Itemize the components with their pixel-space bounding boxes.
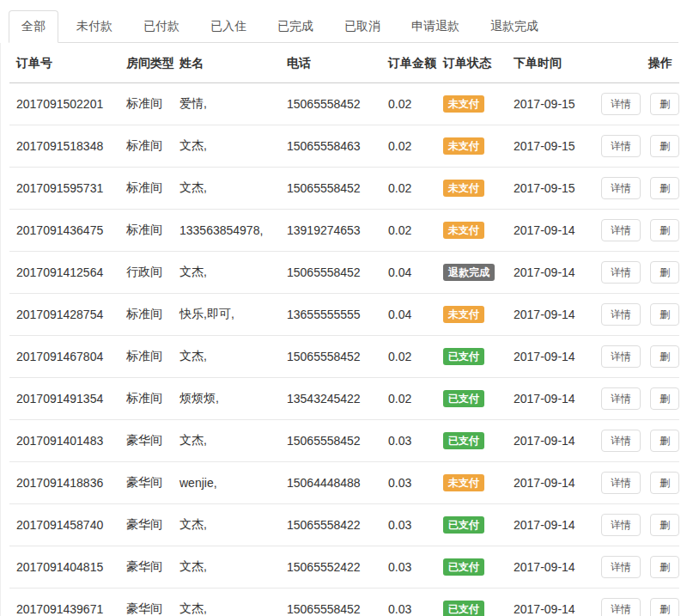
tab-all[interactable]: 全部 xyxy=(9,10,58,43)
status-badge: 已支付 xyxy=(443,432,484,449)
cell-room-type: 豪华间 xyxy=(119,420,173,462)
table-row: 2017091418836豪华间wenjie,150644484880.03未支… xyxy=(9,462,679,504)
table-row: 2017091436475标准间133563854978,13919274653… xyxy=(9,210,679,252)
status-badge: 未支付 xyxy=(443,222,484,239)
detail-button[interactable]: 详情 xyxy=(601,556,641,578)
detail-button[interactable]: 详情 xyxy=(601,93,641,115)
column-header-phone: 电话 xyxy=(280,43,381,83)
detail-button[interactable]: 详情 xyxy=(601,387,641,410)
detail-button[interactable]: 详情 xyxy=(601,177,641,199)
delete-button[interactable]: 删 xyxy=(650,261,679,284)
delete-button[interactable]: 删 xyxy=(650,93,679,115)
detail-button[interactable]: 详情 xyxy=(601,514,641,536)
column-header-guest-name: 姓名 xyxy=(173,43,280,83)
cell-guest-name: 爱情, xyxy=(173,83,280,125)
tab-unpaid[interactable]: 未付款 xyxy=(64,10,125,43)
detail-button[interactable]: 详情 xyxy=(601,430,641,452)
table-row: 2017091401483豪华间文杰,150655584520.03已支付201… xyxy=(9,420,679,462)
cell-order-time: 2017-09-14 xyxy=(507,462,594,504)
cell-order-no: 2017091401483 xyxy=(9,420,119,462)
cell-room-type: 标准间 xyxy=(119,294,173,336)
cell-room-type: 行政间 xyxy=(119,252,173,294)
tab-refund-requested[interactable]: 申请退款 xyxy=(398,10,472,43)
cell-actions: 详情删 xyxy=(594,125,679,168)
cell-phone: 13919274653 xyxy=(280,210,381,252)
cell-guest-name: 文杰, xyxy=(173,420,280,462)
delete-button[interactable]: 删 xyxy=(650,430,679,452)
cell-actions: 详情删 xyxy=(594,210,679,252)
table-row: 2017091491354标准间烦烦烦,135432454220.02已支付20… xyxy=(9,378,679,420)
tab-paid[interactable]: 已付款 xyxy=(131,10,192,43)
delete-button[interactable]: 删 xyxy=(650,514,679,536)
table-header-row: 订单号房间类型姓名电话订单金额订单状态下单时间操作 xyxy=(9,43,679,83)
cell-status: 已支付 xyxy=(436,420,507,462)
orders-panel: 订单号房间类型姓名电话订单金额订单状态下单时间操作 2017091502201标… xyxy=(0,43,687,616)
status-badge: 已支付 xyxy=(443,558,484,576)
cell-actions: 详情删 xyxy=(594,504,679,546)
cell-status: 未支付 xyxy=(436,83,507,125)
cell-phone: 15065558463 xyxy=(280,125,381,168)
cell-order-no: 2017091418836 xyxy=(9,462,119,504)
detail-button[interactable]: 详情 xyxy=(601,135,641,157)
status-badge: 已支付 xyxy=(443,390,484,407)
status-badge: 已支付 xyxy=(443,348,484,365)
cell-amount: 0.02 xyxy=(381,336,436,378)
delete-button[interactable]: 删 xyxy=(650,219,679,241)
tab-completed[interactable]: 已完成 xyxy=(264,10,326,43)
cell-status: 未支付 xyxy=(436,168,507,210)
cell-order-time: 2017-09-14 xyxy=(507,420,594,462)
cell-guest-name: wenjie, xyxy=(173,462,280,504)
detail-button[interactable]: 详情 xyxy=(601,219,641,241)
cell-order-time: 2017-09-15 xyxy=(507,83,594,125)
cell-guest-name: 文杰, xyxy=(173,336,280,378)
cell-order-no: 2017091428754 xyxy=(9,294,119,336)
cell-status: 未支付 xyxy=(436,210,507,252)
cell-actions: 详情删 xyxy=(594,252,679,294)
cell-room-type: 标准间 xyxy=(119,210,173,252)
column-header-actions: 操作 xyxy=(594,43,679,83)
cell-order-time: 2017-09-14 xyxy=(507,378,594,420)
cell-guest-name: 文杰, xyxy=(173,546,280,589)
delete-button[interactable]: 删 xyxy=(650,472,679,494)
cell-guest-name: 文杰, xyxy=(173,125,280,168)
delete-button[interactable]: 删 xyxy=(650,303,679,326)
delete-button[interactable]: 删 xyxy=(650,177,679,199)
tab-cancelled[interactable]: 已取消 xyxy=(331,10,393,43)
cell-phone: 15065558452 xyxy=(280,336,381,378)
cell-order-no: 2017091412564 xyxy=(9,252,119,294)
cell-guest-name: 快乐,即可, xyxy=(173,294,280,336)
cell-phone: 15065558452 xyxy=(280,168,381,210)
cell-phone: 15065558452 xyxy=(280,420,381,462)
cell-order-no: 2017091404815 xyxy=(9,546,119,589)
detail-button[interactable]: 详情 xyxy=(601,345,641,368)
delete-button[interactable]: 删 xyxy=(650,598,679,616)
table-row: 2017091595731标准间文杰,150655584520.02未支付201… xyxy=(9,168,679,210)
delete-button[interactable]: 删 xyxy=(650,387,679,410)
table-row: 2017091439671豪华间文杰,150655584520.03已支付201… xyxy=(9,589,679,616)
delete-button[interactable]: 删 xyxy=(650,556,679,578)
cell-phone: 15065558422 xyxy=(280,504,381,546)
cell-status: 已支付 xyxy=(436,378,507,420)
status-badge: 已支付 xyxy=(443,601,484,616)
delete-button[interactable]: 删 xyxy=(650,135,679,157)
tab-checked-in[interactable]: 已入住 xyxy=(198,10,259,43)
delete-button[interactable]: 删 xyxy=(650,345,679,368)
cell-actions: 详情删 xyxy=(594,420,679,462)
order-status-tabbar: 全部未付款已付款已入住已完成已取消申请退款退款完成 xyxy=(9,10,678,43)
cell-guest-name: 文杰, xyxy=(173,252,280,294)
detail-button[interactable]: 详情 xyxy=(601,598,641,616)
detail-button[interactable]: 详情 xyxy=(601,472,641,494)
tab-refund-completed[interactable]: 退款完成 xyxy=(477,10,551,43)
detail-button[interactable]: 详情 xyxy=(601,261,641,284)
cell-room-type: 标准间 xyxy=(119,378,173,420)
status-badge: 未支付 xyxy=(443,137,484,155)
cell-status: 未支付 xyxy=(436,462,507,504)
cell-amount: 0.04 xyxy=(381,294,436,336)
cell-actions: 详情删 xyxy=(594,336,679,378)
column-header-amount: 订单金额 xyxy=(381,43,436,83)
detail-button[interactable]: 详情 xyxy=(601,303,641,326)
cell-amount: 0.02 xyxy=(381,378,436,420)
cell-actions: 详情删 xyxy=(594,546,679,589)
cell-room-type: 标准间 xyxy=(119,83,173,125)
cell-order-time: 2017-09-14 xyxy=(507,336,594,378)
